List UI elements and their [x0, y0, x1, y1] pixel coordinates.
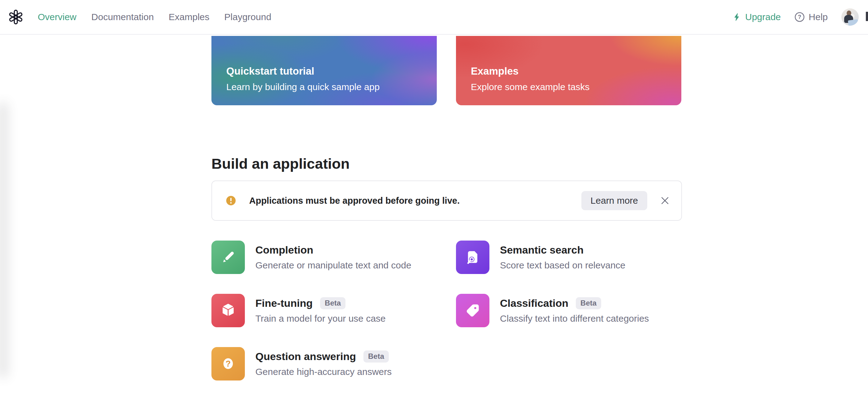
hero-card-quickstart[interactable]: Quickstart tutorial Learn by building a …: [211, 36, 437, 105]
hero-card-examples[interactable]: Examples Explore some example tasks: [456, 36, 681, 105]
feature-item-classification[interactable]: Classification Beta Classify text into d…: [456, 294, 681, 327]
feature-item-question-answering[interactable]: ? Question answering Beta Generate high-…: [211, 347, 437, 380]
feature-item-semantic-search[interactable]: Semantic search Score text based on rele…: [456, 241, 681, 274]
top-nav: Overview Documentation Examples Playgrou…: [0, 0, 868, 35]
feature-subtitle: Train a model for your use case: [255, 313, 386, 324]
page-title: Build an application: [211, 155, 350, 172]
nav-link-playground[interactable]: Playground: [224, 12, 272, 22]
lightning-bolt-icon: [733, 12, 741, 22]
beta-badge: Beta: [576, 297, 601, 309]
svg-text:?: ?: [798, 14, 801, 20]
beta-badge: Beta: [320, 297, 345, 309]
close-icon: [660, 196, 670, 205]
openai-logo-icon[interactable]: [8, 9, 24, 25]
document-search-icon: [463, 248, 482, 267]
pencil-icon: [219, 248, 238, 267]
feature-title: Semantic search: [500, 244, 584, 256]
approval-alert: Applications must be approved before goi…: [211, 181, 682, 221]
hero-cards: Quickstart tutorial Learn by building a …: [211, 36, 681, 105]
feature-icon-tile: [211, 294, 245, 327]
user-avatar[interactable]: [841, 8, 859, 26]
svg-text:?: ?: [226, 359, 231, 368]
warning-icon: [225, 195, 237, 207]
avatar-photo-detail: [848, 19, 859, 26]
hero-card-subtitle: Explore some example tasks: [471, 82, 666, 92]
feature-icon-tile: [211, 241, 245, 274]
question-icon: ?: [219, 354, 238, 373]
beta-badge: Beta: [364, 350, 389, 362]
alert-message: Applications must be approved before goi…: [249, 196, 460, 206]
feature-title: Classification: [500, 297, 568, 309]
feature-subtitle: Generate or manipulate text and code: [255, 260, 411, 271]
feature-item-fine-tuning[interactable]: Fine-tuning Beta Train a model for your …: [211, 294, 437, 327]
nav-link-overview[interactable]: Overview: [38, 12, 76, 22]
learn-more-button[interactable]: Learn more: [581, 191, 647, 210]
feature-title: Fine-tuning: [255, 297, 313, 309]
clipped-text-fragment: [866, 12, 868, 21]
tag-icon: [463, 301, 482, 320]
feature-subtitle: Generate high-accuracy answers: [255, 367, 392, 377]
nav-link-examples[interactable]: Examples: [169, 12, 210, 22]
feature-icon-tile: [456, 294, 489, 327]
upgrade-button[interactable]: Upgrade: [733, 12, 781, 22]
feature-title: Question answering: [255, 350, 356, 363]
help-circle-icon: ?: [794, 12, 805, 22]
help-button[interactable]: ? Help: [794, 12, 828, 22]
feature-item-completion[interactable]: Completion Generate or manipulate text a…: [211, 241, 437, 274]
upgrade-label: Upgrade: [745, 12, 781, 22]
hero-card-subtitle: Learn by building a quick sample app: [226, 82, 422, 92]
feature-icon-tile: ?: [211, 347, 245, 380]
features-grid: Completion Generate or manipulate text a…: [211, 241, 681, 380]
feature-subtitle: Classify text into different categories: [500, 313, 649, 324]
feature-title: Completion: [255, 244, 313, 256]
close-button[interactable]: [660, 195, 670, 206]
nav-right: Upgrade ? Help: [733, 8, 859, 26]
primary-nav: Overview Documentation Examples Playgrou…: [38, 12, 271, 22]
help-label: Help: [809, 12, 828, 22]
feature-subtitle: Score text based on relevance: [500, 260, 625, 271]
hero-card-title: Quickstart tutorial: [226, 65, 422, 77]
hero-card-title: Examples: [471, 65, 666, 77]
nav-link-documentation[interactable]: Documentation: [91, 12, 154, 22]
feature-icon-tile: [456, 241, 489, 274]
cube-icon: [219, 301, 238, 320]
